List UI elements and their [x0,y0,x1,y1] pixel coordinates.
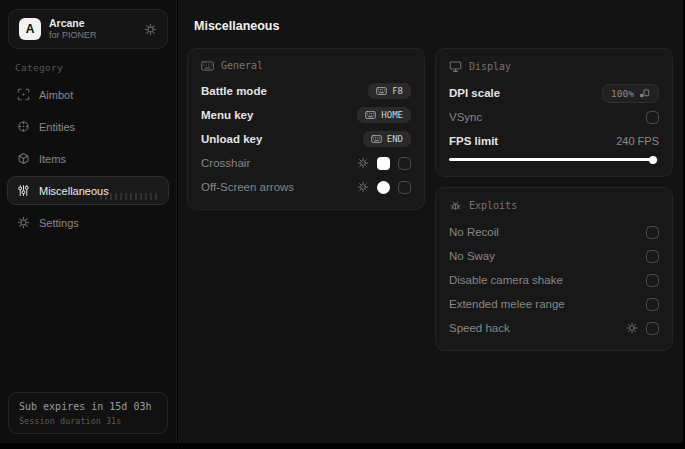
extended-melee-range-row: Extended melee range [449,296,659,312]
sidebar-item-label: Items [39,153,66,165]
brand-name: Arcane [49,17,97,30]
brand-subtitle: for PIONER [49,30,97,41]
sidebar-item-label: Entities [39,121,75,133]
sidebar-item-aimbot[interactable]: Aimbot [7,80,169,109]
subscription-status-card: Sub expires in 15d 03h Session duration … [8,392,168,434]
disable-camera-shake-checkbox[interactable] [646,274,659,287]
keyboard-icon [201,61,214,71]
scale-icon [639,88,650,99]
exploits-panel: Exploits No Recoil No Sway Disable camer… [435,187,673,351]
no-recoil-row: No Recoil [449,224,659,240]
no-sway-label: No Sway [449,250,495,262]
sidebar: A Arcane for PIONER Category Aimbot Enti… [0,0,177,443]
crosshair-color-swatch[interactable] [377,157,390,170]
offscreen-arrows-checkbox[interactable] [398,181,411,194]
fps-slider-knob[interactable] [649,156,657,164]
sidebar-item-label: Miscellaneous [39,185,109,197]
speed-hack-config-gear-icon[interactable] [626,322,638,334]
battle-mode-row: Battle mode F8 [201,83,411,99]
sidebar-item-items[interactable]: Items [7,144,169,173]
keybind-value: HOME [381,110,403,120]
vsync-row: VSync [449,109,659,125]
unload-keybind-button[interactable]: END [363,131,411,147]
page-title: Miscellaneous [178,0,683,33]
disable-camera-shake-label: Disable camera shake [449,274,563,286]
offscreen-arrows-row: Off-Screen arrows [201,179,411,195]
category-label: Category [15,62,161,73]
vsync-label: VSync [449,111,482,123]
dpi-scale-dropdown[interactable]: 100% [602,84,659,103]
battle-mode-keybind-button[interactable]: F8 [368,83,411,99]
dpi-scale-label: DPI scale [449,87,500,99]
monitor-icon [449,60,462,73]
bug-icon [449,199,462,212]
speed-hack-row: Speed hack [449,320,659,336]
fps-slider-fill [449,158,656,161]
fps-limit-label: FPS limit [449,135,498,147]
keybind-value: F8 [392,86,403,96]
watermark [100,193,158,200]
fps-limit-slider[interactable] [449,158,659,161]
sub-expiry-text: Sub expires in 15d 03h [19,401,157,412]
dpi-scale-row: DPI scale 100% [449,85,659,101]
crosshair-config-gear-icon[interactable] [357,157,369,169]
sidebar-item-label: Settings [39,217,79,229]
speed-hack-checkbox[interactable] [646,322,659,335]
keyboard-icon [376,87,387,95]
offscreen-arrows-label: Off-Screen arrows [201,181,294,193]
crosshair-label: Crosshair [201,157,250,169]
radar-icon [17,120,30,133]
sidebar-item-miscellaneous[interactable]: Miscellaneous [7,176,169,205]
arcane-app-window: A Arcane for PIONER Category Aimbot Enti… [0,0,685,449]
sliders-icon [17,184,30,197]
battle-mode-label: Battle mode [201,85,267,97]
sidebar-item-label: Aimbot [39,89,73,101]
crosshair-row: Crosshair [201,155,411,171]
scan-icon [17,88,30,101]
offscreen-arrows-config-gear-icon[interactable] [357,181,369,193]
main-content: Miscellaneous General Battle mode F8 [178,0,683,443]
extended-melee-range-label: Extended melee range [449,298,565,310]
speed-hack-label: Speed hack [449,322,510,334]
brand-logo: A [19,18,41,40]
display-panel: Display DPI scale 100% VSync [435,48,673,177]
general-panel-title: General [221,60,263,71]
gear-icon [17,216,30,229]
exploits-panel-title: Exploits [469,200,517,211]
sidebar-nav: Aimbot Entities Items Miscellaneous Sett… [0,80,176,237]
brand-card: A Arcane for PIONER [8,9,168,49]
offscreen-arrows-color-swatch[interactable] [377,181,390,194]
vsync-checkbox[interactable] [646,111,659,124]
keyboard-icon [365,111,376,119]
dpi-scale-value: 100% [611,88,634,99]
keyboard-icon [371,135,382,143]
extended-melee-range-checkbox[interactable] [646,298,659,311]
menu-keybind-button[interactable]: HOME [357,107,411,123]
disable-camera-shake-row: Disable camera shake [449,272,659,288]
display-panel-title: Display [469,61,511,72]
unload-key-row: Unload key END [201,131,411,147]
sidebar-item-entities[interactable]: Entities [7,112,169,141]
menu-key-label: Menu key [201,109,253,121]
keybind-value: END [387,134,403,144]
sidebar-item-settings[interactable]: Settings [7,208,169,237]
menu-key-row: Menu key HOME [201,107,411,123]
no-recoil-checkbox[interactable] [646,226,659,239]
fps-limit-row: FPS limit 240 FPS [449,133,659,149]
unload-key-label: Unload key [201,133,262,145]
general-panel: General Battle mode F8 Menu key H [187,48,425,210]
cube-icon [17,152,30,165]
no-sway-row: No Sway [449,248,659,264]
session-duration-text: Session duration 31s [19,416,157,426]
brand-settings-gear-icon[interactable] [144,23,157,36]
no-sway-checkbox[interactable] [646,250,659,263]
no-recoil-label: No Recoil [449,226,499,238]
crosshair-checkbox[interactable] [398,157,411,170]
fps-limit-value: 240 FPS [616,135,659,147]
